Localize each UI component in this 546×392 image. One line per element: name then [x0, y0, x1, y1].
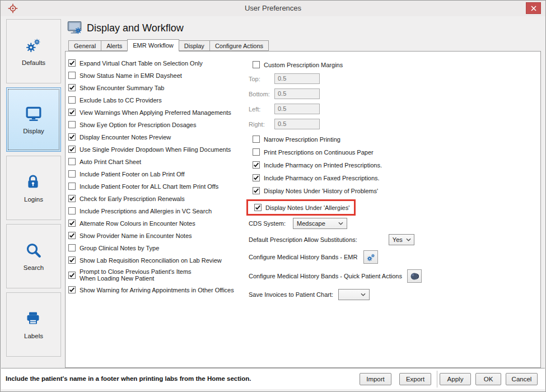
margin-input[interactable]: 0.5: [274, 88, 320, 99]
checkbox-row[interactable]: Include Patient Footer for ALL Chart Ite…: [68, 182, 218, 190]
close-button[interactable]: [526, 2, 541, 14]
checkbox-row[interactable]: Include Pharmacy on Printed Prescription…: [249, 161, 382, 169]
checkbox-row[interactable]: Show Encounter Summary Tab: [68, 83, 164, 92]
window-title: User Preferences: [1, 1, 545, 16]
checkbox[interactable]: [253, 187, 260, 194]
checkbox[interactable]: [68, 84, 76, 91]
custom-margins-checkbox-wrap: Custom Prescription Margins: [249, 60, 537, 69]
checkbox[interactable]: [254, 204, 262, 211]
checkbox[interactable]: [68, 272, 76, 279]
checkbox-row[interactable]: Narrow Prescription Printing: [249, 135, 340, 143]
checkbox[interactable]: [68, 207, 76, 214]
tab-general[interactable]: General: [68, 40, 101, 51]
checkbox-row[interactable]: Check for Early Prescription Renewals: [68, 194, 185, 203]
checkbox-row[interactable]: Alternate Row Colours in Encounter Notes: [68, 219, 195, 227]
checkbox[interactable]: [68, 96, 76, 104]
tab-display[interactable]: Display: [179, 40, 210, 51]
checkbox[interactable]: [68, 72, 76, 79]
margin-field-row: Bottom: 0.5: [249, 88, 537, 99]
checkbox[interactable]: [68, 133, 76, 141]
checkbox[interactable]: [253, 161, 260, 169]
checkbox[interactable]: [68, 109, 76, 116]
checkbox-label: Expand Virtual Chart Table on Selection …: [80, 60, 203, 67]
checkbox[interactable]: [253, 136, 260, 143]
configure-emr-row: Configure Medical History Bands - EMR: [249, 250, 537, 264]
checkbox[interactable]: [68, 195, 76, 202]
checkbox[interactable]: [68, 220, 76, 227]
checkbox-row[interactable]: Include Prescriptions and Allergies in V…: [68, 207, 212, 215]
checkbox[interactable]: [68, 244, 76, 251]
apply-button[interactable]: Apply: [440, 373, 471, 385]
checkbox-row[interactable]: Expand Virtual Chart Table on Selection …: [68, 59, 203, 67]
checkbox-row[interactable]: Use Single Provider Dropdown When Filing…: [68, 145, 231, 153]
export-button[interactable]: Export: [399, 373, 431, 385]
cds-system-row: CDS System: Medscape: [249, 218, 537, 229]
margin-input[interactable]: 0.5: [274, 104, 320, 114]
checkbox[interactable]: [68, 121, 76, 128]
checkbox[interactable]: [68, 59, 76, 67]
checkbox-row[interactable]: Custom Prescription Margins: [249, 60, 343, 69]
checkbox-label: Prompt to Close Previous Patient's Items…: [80, 268, 192, 282]
checkbox[interactable]: [68, 158, 76, 165]
checkbox-label: Show Lab Requisition Reconciliation on L…: [80, 257, 222, 264]
save-invoices-dropdown[interactable]: [338, 289, 370, 300]
ok-button[interactable]: OK: [475, 373, 501, 385]
checkbox[interactable]: [68, 183, 76, 190]
checkbox-row[interactable]: Group Clinical Notes by Type: [68, 244, 159, 252]
tab-emr-workflow[interactable]: EMR Workflow: [127, 39, 179, 52]
checkbox-label: Narrow Prescription Printing: [264, 136, 340, 143]
title-bar: User Preferences: [1, 1, 545, 16]
checkbox-row[interactable]: Show Warning for Arriving Appointments i…: [68, 286, 234, 294]
checkbox-row[interactable]: Display Notes Under 'Allergies': [246, 199, 356, 216]
margin-field-row: Left: 0.5: [249, 104, 537, 114]
user-preferences-window: User Preferences Defaults Display Logins: [0, 0, 546, 392]
margin-field-label: Bottom:: [249, 91, 274, 97]
sidebar-item-defaults[interactable]: Defaults: [6, 19, 61, 83]
check-icon: [69, 257, 75, 263]
checkbox[interactable]: [68, 170, 76, 178]
configure-quick-actions-row: Configure Medical History Bands - Quick …: [249, 269, 537, 283]
checkbox-row[interactable]: Show Eye Option for Prescription Dosages: [68, 120, 197, 129]
checkbox-row[interactable]: Include Patient Footer on Lab Print Off: [68, 170, 185, 178]
checkbox-row[interactable]: Print Prescriptions on Continuous Paper: [249, 148, 374, 156]
checkbox[interactable]: [68, 232, 76, 239]
right-settings-column: Custom Prescription Margins Top: 0.5 Bot…: [249, 60, 537, 305]
monitor-icon: [25, 105, 42, 122]
checkbox-row[interactable]: View Warnings When Applying Preferred Ma…: [68, 108, 231, 116]
margin-input[interactable]: 0.5: [274, 73, 320, 84]
sidebar-item-display[interactable]: Display: [6, 87, 61, 152]
checkbox-row[interactable]: Exclude Labs to CC Providers: [68, 96, 162, 104]
tab-alerts[interactable]: Alerts: [101, 40, 128, 51]
import-button[interactable]: Import: [360, 373, 391, 385]
checkbox[interactable]: [68, 256, 76, 264]
checkbox-row[interactable]: Show Status Name in EMR Daysheet: [68, 71, 182, 80]
checkbox-row[interactable]: Include Pharmacy on Faxed Prescriptions.: [249, 174, 380, 182]
checkbox[interactable]: [253, 174, 260, 181]
check-icon: [69, 109, 75, 115]
margin-input[interactable]: 0.5: [274, 119, 320, 129]
sidebar-item-logins[interactable]: Logins: [6, 156, 61, 220]
checkbox[interactable]: [68, 286, 76, 293]
checkbox[interactable]: [253, 61, 260, 68]
tab-configure-actions[interactable]: Configure Actions: [209, 40, 269, 51]
cancel-button[interactable]: Cancel: [506, 373, 538, 385]
emr-workflow-panel: Expand Virtual Chart Table on Selection …: [65, 51, 541, 368]
configure-quick-actions-button[interactable]: [407, 269, 422, 283]
substitutions-dropdown[interactable]: Yes: [389, 234, 414, 245]
sidebar-item-labels[interactable]: Labels: [6, 292, 61, 357]
checkbox-row[interactable]: Show Lab Requisition Reconciliation on L…: [68, 256, 222, 264]
checkbox[interactable]: [68, 146, 76, 153]
checkbox-row[interactable]: Prompt to Close Previous Patient's Items…: [68, 268, 192, 282]
configure-emr-button[interactable]: [363, 250, 378, 264]
magnifier-icon: [25, 242, 42, 259]
checkbox-row[interactable]: Display Notes Under 'History of Problems…: [249, 186, 378, 195]
sidebar-item-label: Display: [23, 128, 44, 134]
checkbox[interactable]: [253, 148, 260, 156]
cds-system-dropdown[interactable]: Medscape: [293, 218, 347, 229]
sidebar-item-search[interactable]: Search: [6, 224, 61, 288]
checkbox-row[interactable]: Show Provider Name in Encounter Notes: [68, 231, 192, 240]
checkbox-row[interactable]: Auto Print Chart Sheet: [68, 157, 141, 166]
checkbox-row[interactable]: Display Encounter Notes Preview: [68, 133, 171, 141]
tab-bar: General Alerts EMR Workflow Display Conf…: [68, 39, 268, 51]
checkbox-label: Include Pharmacy on Printed Prescription…: [264, 162, 382, 169]
